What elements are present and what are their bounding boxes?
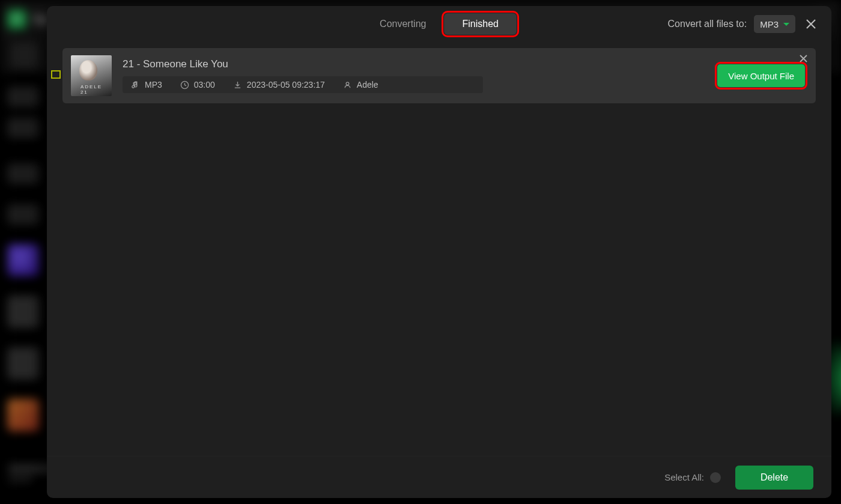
tab-finished[interactable]: Finished <box>444 13 516 35</box>
close-icon <box>806 19 816 29</box>
modal-header: Converting Finished Convert all files to… <box>47 6 831 42</box>
meta-format: MP3 <box>131 80 162 90</box>
select-all-label: Select All: <box>664 472 704 482</box>
meta-duration: 03:00 <box>180 80 215 90</box>
track-title: 21 - Someone Like You <box>123 58 706 70</box>
chevron-down-icon <box>783 23 789 26</box>
music-note-icon <box>131 80 140 90</box>
close-icon <box>800 55 807 62</box>
download-icon <box>233 80 242 90</box>
meta-artist: Adele <box>343 80 378 90</box>
app-logo-icon <box>7 10 26 29</box>
row-remove-button[interactable] <box>800 54 807 65</box>
person-icon <box>343 80 352 90</box>
tab-converting[interactable]: Converting <box>362 13 444 35</box>
track-meta-bar: MP3 03:00 2023-05-05 09:23:17 Adele <box>123 76 483 93</box>
track-row: ADELE 21 21 - Someone Like You MP3 03:00 <box>62 48 816 103</box>
svg-point-2 <box>346 82 349 85</box>
conversion-modal: Converting Finished Convert all files to… <box>47 6 831 498</box>
app-title: Sp <box>32 11 49 27</box>
modal-close-button[interactable] <box>803 16 819 32</box>
convert-all-label: Convert all files to: <box>668 19 747 29</box>
clock-icon <box>180 80 189 90</box>
modal-body: ADELE 21 21 - Someone Like You MP3 03:00 <box>47 42 831 456</box>
meta-timestamp: 2023-05-05 09:23:17 <box>233 80 325 90</box>
tab-bar: Converting Finished <box>362 13 517 35</box>
delete-button[interactable]: Delete <box>735 466 813 490</box>
format-selected-value: MP3 <box>760 19 779 29</box>
album-art: ADELE 21 <box>71 55 112 96</box>
row-checkbox[interactable] <box>51 70 61 79</box>
select-all-control[interactable]: Select All: <box>664 472 721 483</box>
album-art-tag: ADELE 21 <box>80 84 102 95</box>
view-output-button[interactable]: View Output File <box>717 64 805 87</box>
format-select[interactable]: MP3 <box>754 15 795 33</box>
select-all-toggle[interactable] <box>710 472 721 483</box>
modal-footer: Select All: Delete <box>47 456 831 498</box>
